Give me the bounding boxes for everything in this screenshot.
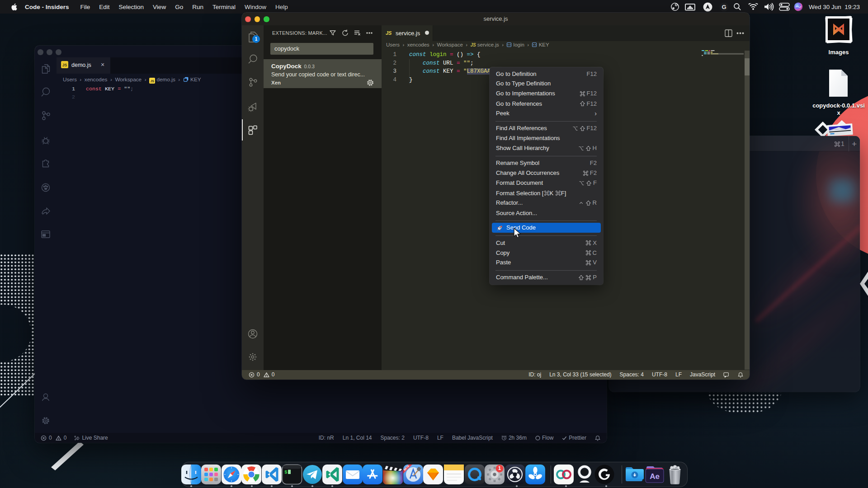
svg-text:Ae: Ae	[650, 472, 660, 481]
svg-text:1: 1	[498, 465, 501, 471]
svg-text:$: $	[284, 469, 288, 475]
svg-text:G: G	[722, 4, 726, 10]
